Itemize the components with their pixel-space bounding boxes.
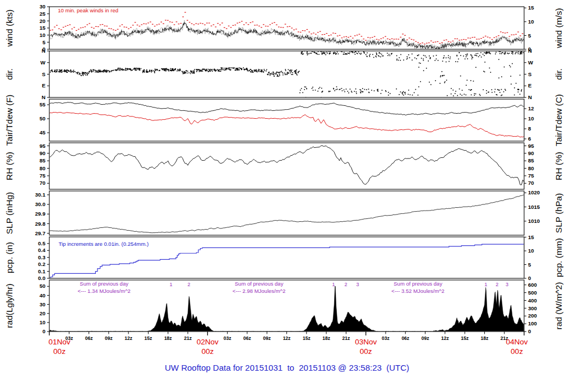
annotation-rad: Sum of previous day (394, 281, 442, 287)
dir-point (302, 92, 303, 94)
dir-point (426, 57, 427, 58)
axis-title-left-wind: wind (kts) (4, 10, 14, 47)
x-minor-label: 18z (322, 335, 330, 341)
dir-point (192, 73, 193, 74)
peak-wind-mark (480, 38, 482, 39)
dir-point (364, 52, 365, 53)
right-tick-label-pcp: 0 (528, 275, 531, 281)
dir-point (304, 89, 305, 90)
peak-wind-mark (443, 40, 445, 40)
dir-point (333, 52, 334, 53)
dir-point (79, 74, 80, 75)
dir-point (209, 70, 210, 71)
dir-point (373, 57, 374, 58)
peak-wind-mark (287, 26, 289, 27)
right-tick-label-rad: 100 (528, 320, 537, 326)
dir-point (315, 52, 316, 53)
dir-point (519, 89, 520, 90)
axis-title-right-slp: SLP (hPa) (554, 193, 563, 233)
dir-point (405, 92, 406, 93)
series-line-wind-0 (49, 22, 524, 49)
x-minor-label: 06z (243, 335, 251, 341)
peak-wind-mark (248, 24, 249, 25)
peak-wind-mark (271, 23, 273, 24)
dir-point (459, 88, 460, 90)
dir-point (420, 81, 421, 82)
dir-point (458, 59, 459, 60)
peak-wind-mark (76, 30, 77, 31)
dir-point (288, 69, 289, 71)
dir-point (369, 56, 371, 57)
dir-point (280, 72, 281, 73)
dir-point (262, 71, 263, 72)
peak-wind-mark (204, 25, 206, 25)
dir-point (322, 52, 323, 53)
dir-point (214, 69, 215, 70)
annotation-wind: 10 min. peak winds in red (58, 7, 118, 13)
dir-point (188, 72, 189, 73)
panel-series-rh (49, 146, 524, 185)
dir-point (193, 71, 194, 72)
dir-point (326, 52, 327, 53)
dir-point (172, 69, 173, 71)
peak-wind-mark (65, 26, 67, 26)
dir-point (228, 68, 229, 69)
dir-point (345, 53, 346, 54)
dir-point (54, 69, 55, 71)
dir-point (170, 68, 171, 69)
dir-point (344, 91, 345, 92)
peak-wind-mark (317, 32, 319, 32)
dir-point (318, 88, 320, 89)
dir-point (453, 95, 454, 96)
dir-point (210, 69, 211, 70)
peak-wind-mark (200, 23, 201, 24)
dir-point (77, 72, 78, 73)
dir-point (85, 74, 86, 76)
axis-title-right-rh: RH (%) (554, 152, 563, 180)
dir-point (436, 58, 437, 59)
annotation-rad: <--- 1.34 MJoules/m^2 (77, 288, 130, 294)
peak-wind-mark (267, 26, 269, 26)
dir-point (270, 75, 271, 76)
peak-wind-mark (280, 27, 282, 27)
peak-wind-mark (226, 28, 228, 29)
peak-wind-mark (91, 27, 92, 27)
peak-wind-mark (167, 20, 169, 21)
dir-point (484, 72, 485, 73)
dir-point (96, 71, 97, 72)
dir-point (240, 68, 241, 69)
peak-wind-mark (474, 37, 475, 38)
dir-point (400, 54, 401, 55)
peak-wind-mark (465, 39, 467, 40)
dir-point (239, 67, 240, 68)
peak-wind-mark (504, 32, 506, 33)
left-tick-label-rh: 85 (39, 157, 45, 164)
dir-point (426, 68, 427, 69)
dir-point (435, 80, 436, 81)
left-tick-label-pcp: 0.4 (38, 247, 46, 253)
peak-wind-mark (385, 36, 386, 37)
dir-point (132, 69, 133, 71)
dir-point (305, 87, 307, 88)
dir-point (467, 54, 468, 55)
dir-point (222, 68, 223, 69)
dir-point (110, 71, 112, 72)
left-tick-label-temp: 50 (39, 115, 45, 122)
dir-point (323, 53, 324, 54)
right-tick-label-wind: 15 (528, 4, 534, 11)
dir-point (507, 53, 508, 54)
left-tick-label-pcp: 0.0 (38, 275, 45, 281)
dir-point (292, 72, 293, 73)
dir-point (505, 90, 506, 91)
dir-point (344, 52, 345, 53)
peak-wind-mark (472, 37, 474, 38)
peak-wind-mark (137, 25, 138, 25)
dir-point (475, 94, 476, 95)
dir-point (229, 68, 230, 69)
peak-wind-mark (330, 35, 332, 35)
peak-wind-mark (130, 27, 132, 27)
dir-point (414, 92, 415, 94)
dir-point (445, 81, 446, 82)
dir-point (237, 69, 238, 71)
dir-point (258, 69, 259, 70)
